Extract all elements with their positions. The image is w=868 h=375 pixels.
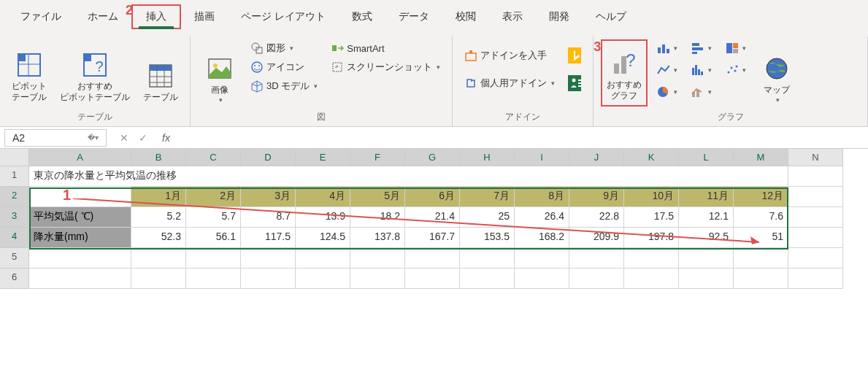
col-header-B[interactable]: B bbox=[131, 149, 186, 166]
cell-N2[interactable] bbox=[788, 187, 843, 207]
cell-M5[interactable] bbox=[734, 248, 788, 268]
scatter-chart-button[interactable]: ▾ bbox=[721, 61, 750, 79]
col-header-I[interactable]: I bbox=[515, 149, 569, 166]
cell-C6[interactable] bbox=[186, 268, 241, 289]
menu-draw[interactable]: 描画 bbox=[181, 6, 228, 28]
cell-A5[interactable] bbox=[29, 248, 131, 268]
cell-L6[interactable] bbox=[679, 268, 734, 289]
cell-K4[interactable]: 197.8 bbox=[624, 228, 679, 248]
cancel-icon[interactable]: ✕ bbox=[120, 132, 128, 144]
menu-page-layout[interactable]: ページ レイアウト bbox=[228, 6, 339, 28]
enter-icon[interactable]: ✓ bbox=[139, 132, 147, 144]
row-header-1[interactable]: 1 bbox=[0, 166, 29, 187]
cell-B3[interactable]: 5.2 bbox=[131, 207, 186, 228]
cell-N3[interactable] bbox=[788, 207, 843, 228]
row-header-4[interactable]: 4 bbox=[0, 228, 29, 248]
bar-chart-button[interactable]: ▾ bbox=[686, 39, 716, 57]
cell-A6[interactable] bbox=[29, 268, 131, 289]
cell-B5[interactable] bbox=[131, 248, 186, 268]
cell-H3[interactable]: 25 bbox=[460, 207, 515, 228]
col-header-J[interactable]: J bbox=[569, 149, 624, 166]
cell-A1[interactable]: 東京の降水量と平均気温の推移 bbox=[29, 166, 788, 187]
cell-I5[interactable] bbox=[515, 248, 569, 268]
cell-E4[interactable]: 124.5 bbox=[296, 228, 350, 248]
icons-button[interactable]: アイコン bbox=[246, 58, 322, 76]
menu-view[interactable]: 表示 bbox=[489, 6, 536, 28]
cell-F2[interactable]: 5月 bbox=[350, 187, 405, 207]
col-header-H[interactable]: H bbox=[460, 149, 515, 166]
cell-K6[interactable] bbox=[624, 268, 679, 289]
cell-L4[interactable]: 92.5 bbox=[679, 228, 734, 248]
formula-input[interactable] bbox=[176, 129, 868, 146]
cell-N5[interactable] bbox=[788, 248, 843, 268]
menu-data[interactable]: データ bbox=[385, 6, 442, 28]
row-header-5[interactable]: 5 bbox=[0, 248, 29, 268]
recommended-charts-button[interactable]: 3 ? おすすめ グラフ bbox=[601, 39, 648, 107]
menu-review[interactable]: 校閲 bbox=[442, 6, 489, 28]
people-graph-button[interactable] bbox=[564, 74, 585, 92]
row-header-3[interactable]: 3 bbox=[0, 207, 29, 228]
cell-J6[interactable] bbox=[569, 268, 624, 289]
cell-H5[interactable] bbox=[460, 248, 515, 268]
cell-J4[interactable]: 209.9 bbox=[569, 228, 624, 248]
cell-C3[interactable]: 5.7 bbox=[186, 207, 241, 228]
menu-formulas[interactable]: 数式 bbox=[339, 6, 385, 28]
my-addins-button[interactable]: 個人用アドイン▾ bbox=[460, 74, 559, 92]
cell-G5[interactable] bbox=[405, 248, 460, 268]
cell-M6[interactable] bbox=[734, 268, 788, 289]
screenshot-button[interactable]: スクリーンショット▾ bbox=[326, 58, 445, 76]
cell-D6[interactable] bbox=[241, 268, 296, 289]
cell-G6[interactable] bbox=[405, 268, 460, 289]
cell-M4[interactable]: 51 bbox=[734, 228, 788, 248]
cell-N4[interactable] bbox=[788, 228, 843, 248]
cell-K3[interactable]: 17.5 bbox=[624, 207, 679, 228]
cell-D5[interactable] bbox=[241, 248, 296, 268]
line-chart-button[interactable]: ▾ bbox=[652, 61, 682, 79]
cell-I2[interactable]: 8月 bbox=[515, 187, 569, 207]
name-box[interactable]: A2 �▾ bbox=[4, 129, 107, 147]
cell-D2[interactable]: 3月 bbox=[241, 187, 296, 207]
cell-E3[interactable]: 13.9 bbox=[296, 207, 350, 228]
cell-C4[interactable]: 56.1 bbox=[186, 228, 241, 248]
3d-models-button[interactable]: 3D モデル▾ bbox=[246, 77, 322, 95]
cell-J3[interactable]: 22.8 bbox=[569, 207, 624, 228]
cell-G3[interactable]: 21.4 bbox=[405, 207, 460, 228]
col-header-E[interactable]: E bbox=[296, 149, 350, 166]
cell-K2[interactable]: 10月 bbox=[624, 187, 679, 207]
col-header-M[interactable]: M bbox=[734, 149, 788, 166]
combo-chart-button[interactable]: ▾ bbox=[686, 83, 716, 101]
menu-help[interactable]: ヘルプ bbox=[583, 6, 640, 28]
select-all-corner[interactable] bbox=[0, 149, 29, 166]
cell-I4[interactable]: 168.2 bbox=[515, 228, 569, 248]
recommended-pivot-button[interactable]: ? おすすめ ピボットテーブル bbox=[55, 39, 134, 107]
col-header-A[interactable]: A bbox=[29, 149, 131, 166]
col-header-G[interactable]: G bbox=[405, 149, 460, 166]
statistic-chart-button[interactable]: ▾ bbox=[686, 61, 716, 79]
cell-I3[interactable]: 26.4 bbox=[515, 207, 569, 228]
pivot-table-button[interactable]: ピボット テーブル bbox=[7, 39, 51, 107]
cell-D4[interactable]: 117.5 bbox=[241, 228, 296, 248]
cell-L2[interactable]: 11月 bbox=[679, 187, 734, 207]
cell-J5[interactable] bbox=[569, 248, 624, 268]
cell-C5[interactable] bbox=[186, 248, 241, 268]
spreadsheet-grid[interactable]: A B C D E F G H I J K L M N 1 東京の降水量と平均気… bbox=[0, 149, 868, 289]
cell-H6[interactable] bbox=[460, 268, 515, 289]
cell-L5[interactable] bbox=[679, 248, 734, 268]
cell-E2[interactable]: 4月 bbox=[296, 187, 350, 207]
fx-icon[interactable]: fx bbox=[156, 132, 176, 144]
shapes-button[interactable]: 図形▾ bbox=[246, 39, 322, 57]
cell-A3[interactable]: 平均気温( ℃) bbox=[29, 207, 131, 228]
maps-button[interactable]: マップ ▾ bbox=[755, 39, 799, 107]
col-header-D[interactable]: D bbox=[241, 149, 296, 166]
col-header-C[interactable]: C bbox=[186, 149, 241, 166]
cell-G4[interactable]: 167.7 bbox=[405, 228, 460, 248]
pie-chart-button[interactable]: ▾ bbox=[652, 83, 682, 101]
cell-G2[interactable]: 6月 bbox=[405, 187, 460, 207]
cell-I6[interactable] bbox=[515, 268, 569, 289]
get-addins-button[interactable]: アドインを入手 bbox=[460, 47, 559, 64]
cell-A4[interactable]: 降水量(mm) bbox=[29, 228, 131, 248]
cell-F3[interactable]: 18.2 bbox=[350, 207, 405, 228]
menu-home[interactable]: ホーム bbox=[74, 6, 131, 28]
cell-K5[interactable] bbox=[624, 248, 679, 268]
bing-maps-button[interactable] bbox=[564, 47, 585, 64]
